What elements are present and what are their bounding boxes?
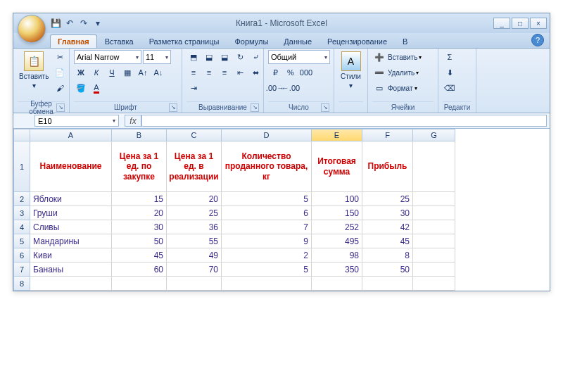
font-color-button[interactable]: A (89, 81, 103, 95)
align-left-icon[interactable]: ≡ (186, 65, 201, 80)
cell[interactable]: 252 (312, 220, 362, 234)
cell[interactable]: Цена за 1 ед. в реализации (167, 141, 222, 192)
cell[interactable]: 49 (167, 248, 222, 263)
row-header-7[interactable]: 7 (13, 263, 30, 277)
cell[interactable]: Наименование (30, 141, 112, 192)
delete-cells-button[interactable]: ➖Удалить▾ (372, 65, 422, 80)
cell[interactable]: 8 (362, 248, 413, 263)
cell[interactable]: 350 (312, 263, 362, 277)
row-header-8[interactable]: 8 (13, 277, 30, 291)
cell[interactable] (362, 277, 413, 291)
cell[interactable]: 55 (167, 234, 222, 248)
cell[interactable]: 5 (222, 263, 312, 277)
cell[interactable]: 100 (312, 192, 362, 206)
cut-icon[interactable]: ✂ (53, 50, 67, 64)
tab-data[interactable]: Данные (276, 34, 320, 48)
font-size-combo[interactable]: 11▾ (143, 50, 171, 64)
format-cells-button[interactable]: ▭Формат▾ (372, 81, 422, 95)
wrap-text-button[interactable]: ⤶ (248, 50, 262, 64)
font-shrink-icon[interactable]: A↓ (151, 65, 165, 80)
comma-icon[interactable]: 000 (299, 65, 313, 80)
cell[interactable]: 70 (167, 263, 222, 277)
number-dialog-icon[interactable]: ↘ (321, 103, 329, 112)
align-right-icon[interactable]: ≡ (217, 65, 232, 80)
save-icon[interactable]: 💾 (50, 18, 61, 29)
tab-page-layout[interactable]: Разметка страницы (141, 34, 227, 48)
cell[interactable]: Сливы (30, 220, 112, 234)
cell[interactable]: 30 (112, 220, 167, 234)
cell[interactable]: 25 (167, 206, 222, 220)
autosum-icon[interactable]: Σ (443, 50, 457, 64)
cell[interactable]: 45 (112, 248, 167, 263)
row-header-3[interactable]: 3 (13, 206, 30, 220)
font-dialog-icon[interactable]: ↘ (169, 103, 177, 112)
col-header-E[interactable]: E (312, 129, 362, 141)
fill-color-button[interactable]: 🪣 (74, 81, 88, 95)
col-header-G[interactable]: G (413, 129, 455, 141)
styles-button[interactable]: A Стили ▾ (339, 50, 363, 91)
select-all-corner[interactable] (13, 129, 30, 141)
underline-button[interactable]: Ч (105, 65, 119, 80)
tab-review[interactable]: Рецензирование (320, 34, 395, 48)
col-header-B[interactable]: B (112, 129, 167, 141)
cell[interactable] (312, 277, 362, 291)
paste-button[interactable]: 📋 Вставить ▾ (18, 50, 50, 91)
cell[interactable] (167, 277, 222, 291)
cell[interactable]: 50 (362, 263, 413, 277)
col-header-D[interactable]: D (222, 129, 312, 141)
close-button[interactable]: × (530, 18, 547, 29)
cell[interactable] (112, 277, 167, 291)
cell[interactable]: 7 (222, 220, 312, 234)
cell[interactable]: Итоговая сумма (312, 141, 362, 192)
cell[interactable]: Количество проданного товара, кг (222, 141, 312, 192)
cell[interactable]: 495 (312, 234, 362, 248)
row-header-4[interactable]: 4 (13, 220, 30, 234)
cell[interactable] (413, 206, 455, 220)
fx-icon[interactable]: fx (125, 115, 141, 127)
formula-bar[interactable] (141, 115, 547, 127)
cell[interactable]: 9 (222, 234, 312, 248)
undo-icon[interactable]: ↶ (64, 18, 75, 29)
decrease-decimal-icon[interactable]: ←.00 (284, 81, 298, 95)
bold-button[interactable]: Ж (74, 65, 88, 80)
cell[interactable] (30, 277, 112, 291)
font-grow-icon[interactable]: A↑ (136, 65, 150, 80)
cell[interactable]: 20 (112, 206, 167, 220)
indent-dec-icon[interactable]: ⇤ (233, 65, 247, 80)
cell[interactable]: 25 (362, 192, 413, 206)
cell[interactable] (413, 220, 455, 234)
number-format-combo[interactable]: Общий▾ (268, 50, 330, 64)
redo-icon[interactable]: ↷ (78, 18, 89, 29)
cell[interactable]: Цена за 1 ед. по закупке (112, 141, 167, 192)
cell[interactable] (222, 277, 312, 291)
copy-icon[interactable]: 📄 (53, 65, 67, 80)
tab-insert[interactable]: Вставка (97, 34, 141, 48)
merge-button[interactable]: ⬌ (248, 65, 262, 80)
cell[interactable] (413, 141, 455, 192)
cell[interactable]: 15 (112, 192, 167, 206)
cell[interactable] (413, 248, 455, 263)
help-icon[interactable]: ? (531, 34, 544, 46)
row-header-5[interactable]: 5 (13, 234, 30, 248)
insert-cells-button[interactable]: ➕Вставить▾ (372, 50, 422, 64)
cell[interactable]: 30 (362, 206, 413, 220)
row-header-2[interactable]: 2 (13, 192, 30, 206)
cell[interactable]: Прибыль (362, 141, 413, 192)
cell[interactable]: 60 (112, 263, 167, 277)
indent-inc-icon[interactable]: ⇥ (186, 81, 201, 95)
align-bottom-icon[interactable]: ⬓ (217, 50, 232, 64)
minimize-button[interactable]: _ (493, 18, 510, 29)
font-name-combo[interactable]: Arial Narrow▾ (74, 50, 141, 64)
cell[interactable]: Киви (30, 248, 112, 263)
fill-icon[interactable]: ⬇ (443, 65, 457, 80)
clear-icon[interactable]: ⌫ (443, 81, 457, 95)
cell[interactable]: 2 (222, 248, 312, 263)
align-top-icon[interactable]: ⬒ (186, 50, 201, 64)
tab-view[interactable]: В (395, 34, 415, 48)
col-header-C[interactable]: C (167, 129, 222, 141)
cell[interactable]: 36 (167, 220, 222, 234)
cell[interactable]: 6 (222, 206, 312, 220)
cell[interactable]: 50 (112, 234, 167, 248)
cell[interactable]: 42 (362, 220, 413, 234)
align-middle-icon[interactable]: ⬓ (202, 50, 216, 64)
